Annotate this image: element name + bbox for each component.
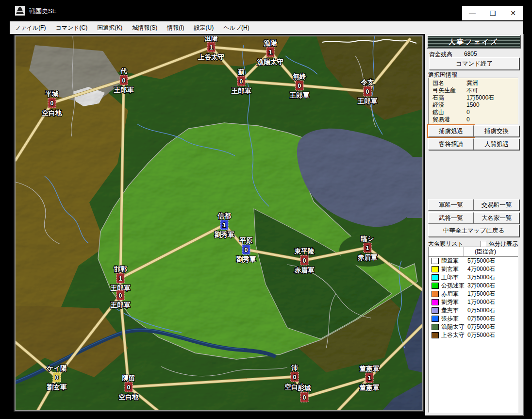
daimyo-color-swatch [432,258,439,264]
castle-count: 0 [303,394,306,401]
city-name-label: 邯鄲 [114,266,128,273]
city-owner-label: 王郎軍 [110,302,131,309]
daimyo-koku: 5万5000石 [467,257,495,265]
daimyo-name: 赤眉軍 [441,290,467,298]
daimyo-color-swatch [432,291,439,297]
daimyo-row[interactable]: 劉玄軍4万0000石 [429,265,518,273]
daimyo-row[interactable]: 上谷太守0万5000石 [429,331,518,339]
guest-general-invite-button[interactable]: 客将招請 [428,138,474,150]
info-value: 不可 [466,87,478,94]
city-name-label: 沮陽 [204,36,218,42]
castle-count: 0 [366,88,369,95]
daimyo-name: 上谷太守 [441,331,467,339]
city-owner-label: 空白地 [42,109,62,117]
info-key: 経済 [432,101,466,109]
daimyo-row[interactable]: 劉秀軍1万0000石 [429,298,518,306]
daimyo-row[interactable]: 張歩軍0万5000石 [429,315,518,323]
info-key: 貿易港 [432,116,466,123]
daimyo-color-swatch [432,316,439,322]
daimyo-color-swatch [432,266,439,272]
daimyo-row[interactable]: 漁陽太守0万5000石 [429,323,518,331]
daimyo-koku: 3万0000石 [467,282,495,290]
daimyo-name: 劉秀軍 [441,298,467,306]
hostage-treatment-button[interactable]: 人質処遇 [474,138,519,150]
city-owner-label: 赤眉軍 [357,254,378,261]
menu-item-0[interactable]: ファイル(F) [10,24,50,32]
daimyo-name: 張歩軍 [441,315,467,323]
daimyo-listbox[interactable]: (臣従含) 隗囂軍5万5000石劉玄軍4万0000石王郎軍3万5000石公孫述軍… [428,247,518,413]
info-key: 鉱山 [432,109,466,116]
daimyo-name: 王郎軍 [441,273,467,282]
info-value: 1500 [466,101,480,109]
prisoner-treatment-button[interactable]: 捕虜処遇 [428,125,474,137]
daimyo-name: 董憲軍 [441,306,467,315]
menu-item-1[interactable]: コマンド(C) [50,24,92,32]
city-owner-label: 董憲軍 [359,384,380,391]
castle-count: 1 [269,49,272,56]
daimyo-koku: 4万0000石 [467,265,495,273]
castle-count: 0 [50,100,54,107]
menu-item-3[interactable]: 城情報(S) [127,24,162,32]
castle-count: 0 [55,374,59,381]
daimyo-name: 劉玄軍 [441,265,467,273]
castle-count: 1 [119,275,122,282]
back-to-china-map-button[interactable]: 中華全土マップに戻る [428,224,519,237]
menu-item-6[interactable]: ヘルプ(H) [218,24,254,32]
country-info-row: 鉱山0 [429,109,518,116]
city-name-label: ケイ陽 [46,365,67,372]
daimyo-row[interactable]: 公孫述軍3万0000石 [429,282,518,290]
map-viewport[interactable]: 0平城空白地0代王郎軍1沮陽上谷太守1漁陽漁陽太守0薊王郎軍0無終王郎軍0令支王… [16,36,422,410]
daimyo-color-swatch [432,299,439,305]
daimyo-name: 公孫述軍 [441,282,467,290]
minimize-button[interactable]: — [462,6,482,20]
trade-ship-list-button[interactable]: 交易船一覧 [474,199,519,211]
country-info-row: 貿易港0 [429,116,518,123]
daimyo-color-swatch [432,324,439,330]
close-button[interactable]: ✕ [503,6,523,20]
daimyo-row[interactable]: 隗囂軍5万5000石 [429,257,518,265]
city-name-label: 沛 [291,364,298,371]
city-name-label: 無終 [293,73,307,80]
city-owner-label: 王郎軍 [357,98,378,105]
castle-count: 0 [293,374,297,381]
prisoner-exchange-button[interactable]: 捕虜交換 [474,125,519,137]
city-owner-label: 漁陽太守 [257,58,283,66]
menu-item-4[interactable]: 情報(I) [162,24,189,32]
menu-item-2[interactable]: 国選択(K) [92,24,127,32]
daimyo-color-swatch [432,307,439,314]
end-command-button[interactable]: コマンド終了 [429,57,519,70]
castle-count: 0 [122,77,126,84]
daimyo-row[interactable]: 董憲軍0万5000石 [429,306,518,315]
info-value: 1万5000石 [466,94,494,101]
warship-list-button[interactable]: 軍船一覧 [428,199,474,211]
menu-bar: ファイル(F)コマンド(C)国選択(K)城情報(S)情報(I)設定(U)ヘルプ(… [10,21,523,34]
daimyo-koku: 0万5000石 [467,315,495,323]
city-name-label: 陳留 [122,374,135,382]
app-icon [15,5,25,16]
info-key: 石高 [432,94,466,101]
daimyo-list-button[interactable]: 大名家一覧 [474,212,519,224]
castle-count: 1 [210,44,213,51]
city-name-label: 彭城 [298,385,312,392]
daimyo-color-swatch [432,274,439,281]
daimyo-list-header-name [429,247,464,256]
country-info-row: 弓矢生産不可 [429,87,518,94]
castle-count: 0 [240,78,243,85]
window-title: 戦国史SE [29,7,56,16]
menu-item-5[interactable]: 設定(U) [189,24,219,32]
general-list-button[interactable]: 武将一覧 [428,212,474,224]
country-info-box: 国名冀洲弓矢生産不可石高1万5000石経済1500鉱山0貿易港0 [428,78,518,124]
city-name-label: 代 [120,67,127,75]
daimyo-row[interactable]: 赤眉軍1万5000石 [429,290,518,298]
country-info-row: 国名冀洲 [429,80,518,87]
maximize-button[interactable]: ❑ [482,6,503,20]
info-key: 弓矢生産 [432,87,466,94]
city-name-label: 董憲軍 [359,365,380,372]
daimyo-row[interactable]: 王郎軍3万5000石 [429,273,518,282]
daimyo-color-swatch [432,332,439,338]
city-owner-label: 劉玄軍 [47,383,67,391]
city-owner-label: 空白地 [119,393,139,401]
castle-count: 1 [368,375,371,382]
info-value: 冀洲 [466,80,478,87]
castle-count: 0 [303,257,306,264]
